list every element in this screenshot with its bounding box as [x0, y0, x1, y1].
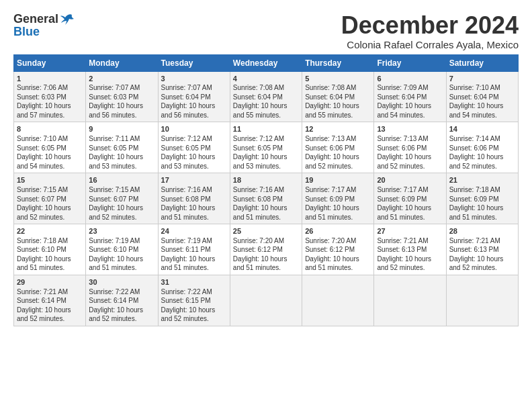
daylight: Daylight: 10 hours and 51 minutes.	[161, 204, 216, 221]
day-number: 1	[17, 74, 83, 84]
day-cell: 17Sunrise: 7:16 AMSunset: 6:08 PMDayligh…	[158, 173, 230, 224]
day-number: 20	[377, 175, 443, 185]
sunset: Sunset: 6:08 PM	[161, 195, 211, 203]
sunrise: Sunrise: 7:14 AM	[449, 135, 500, 142]
daylight: Daylight: 10 hours and 53 minutes.	[161, 153, 216, 170]
day-cell	[230, 275, 302, 326]
sunset: Sunset: 6:07 PM	[17, 195, 66, 203]
daylight: Daylight: 10 hours and 51 minutes.	[233, 204, 287, 221]
day-cell: 7Sunrise: 7:10 AMSunset: 6:04 PMDaylight…	[446, 71, 518, 122]
sunset: Sunset: 6:09 PM	[305, 195, 355, 203]
sunset: Sunset: 6:07 PM	[89, 195, 138, 203]
sunrise: Sunrise: 7:15 AM	[89, 186, 140, 193]
day-number: 9	[89, 124, 154, 134]
day-number: 23	[89, 226, 154, 236]
daylight: Daylight: 10 hours and 52 minutes.	[377, 153, 431, 170]
daylight: Daylight: 10 hours and 53 minutes.	[233, 153, 287, 170]
daylight: Daylight: 10 hours and 51 minutes.	[233, 255, 287, 272]
sunrise: Sunrise: 7:11 AM	[89, 135, 140, 142]
sunrise: Sunrise: 7:21 AM	[377, 237, 428, 244]
sunrise: Sunrise: 7:09 AM	[377, 84, 428, 91]
day-cell: 15Sunrise: 7:15 AMSunset: 6:07 PMDayligh…	[14, 173, 86, 224]
day-cell: 24Sunrise: 7:19 AMSunset: 6:11 PMDayligh…	[158, 224, 230, 275]
daylight: Daylight: 10 hours and 53 minutes.	[89, 153, 143, 170]
day-cell: 31Sunrise: 7:22 AMSunset: 6:15 PMDayligh…	[158, 275, 230, 326]
daylight: Daylight: 10 hours and 51 minutes.	[305, 255, 359, 272]
day-cell: 18Sunrise: 7:16 AMSunset: 6:08 PMDayligh…	[230, 173, 302, 224]
day-cell: 13Sunrise: 7:13 AMSunset: 6:06 PMDayligh…	[374, 122, 446, 173]
day-number: 6	[377, 74, 443, 84]
day-cell: 6Sunrise: 7:09 AMSunset: 6:04 PMDaylight…	[374, 71, 446, 122]
sunrise: Sunrise: 7:22 AM	[89, 288, 140, 295]
day-cell: 27Sunrise: 7:21 AMSunset: 6:13 PMDayligh…	[374, 224, 446, 275]
day-cell	[446, 275, 518, 326]
sunset: Sunset: 6:08 PM	[233, 195, 283, 203]
sunset: Sunset: 6:04 PM	[161, 93, 211, 101]
day-number: 31	[161, 277, 227, 287]
daylight: Daylight: 10 hours and 51 minutes.	[89, 255, 143, 272]
day-cell: 11Sunrise: 7:12 AMSunset: 6:05 PMDayligh…	[230, 122, 302, 173]
sunset: Sunset: 6:05 PM	[17, 144, 66, 152]
daylight: Daylight: 10 hours and 52 minutes.	[449, 153, 504, 170]
day-cell	[302, 275, 374, 326]
sunrise: Sunrise: 7:08 AM	[233, 84, 284, 91]
week-row-1: 1Sunrise: 7:06 AMSunset: 6:03 PMDaylight…	[14, 71, 519, 122]
day-cell: 23Sunrise: 7:19 AMSunset: 6:10 PMDayligh…	[86, 224, 158, 275]
week-row-2: 8Sunrise: 7:10 AMSunset: 6:05 PMDaylight…	[14, 122, 519, 173]
daylight: Daylight: 10 hours and 55 minutes.	[233, 102, 287, 119]
day-number: 10	[161, 124, 227, 134]
day-cell: 16Sunrise: 7:15 AMSunset: 6:07 PMDayligh…	[86, 173, 158, 224]
sunrise: Sunrise: 7:21 AM	[449, 237, 500, 244]
daylight: Daylight: 10 hours and 52 minutes.	[161, 306, 216, 323]
day-number: 24	[161, 226, 227, 236]
day-cell: 10Sunrise: 7:12 AMSunset: 6:05 PMDayligh…	[158, 122, 230, 173]
sunset: Sunset: 6:15 PM	[161, 297, 211, 304]
day-number: 12	[305, 124, 371, 134]
daylight: Daylight: 10 hours and 54 minutes.	[449, 102, 504, 119]
day-number: 16	[89, 175, 154, 185]
week-row-3: 15Sunrise: 7:15 AMSunset: 6:07 PMDayligh…	[14, 173, 519, 224]
day-number: 30	[89, 277, 154, 287]
daylight: Daylight: 10 hours and 51 minutes.	[377, 204, 431, 221]
sunrise: Sunrise: 7:13 AM	[377, 135, 428, 142]
calendar-subtitle: Colonia Rafael Corrales Ayala, Mexico	[341, 39, 519, 50]
week-row-5: 29Sunrise: 7:21 AMSunset: 6:14 PMDayligh…	[14, 275, 519, 326]
sunset: Sunset: 6:05 PM	[89, 144, 138, 152]
daylight: Daylight: 10 hours and 54 minutes.	[377, 102, 431, 119]
daylight: Daylight: 10 hours and 51 minutes.	[305, 204, 359, 221]
day-number: 5	[305, 74, 371, 84]
day-number: 15	[17, 175, 83, 185]
day-cell: 30Sunrise: 7:22 AMSunset: 6:14 PMDayligh…	[86, 275, 158, 326]
calendar-title: December 2024	[341, 12, 519, 39]
day-number: 22	[17, 226, 83, 236]
sunrise: Sunrise: 7:20 AM	[305, 237, 356, 244]
day-number: 11	[233, 124, 299, 134]
sunset: Sunset: 6:09 PM	[449, 195, 499, 203]
sunrise: Sunrise: 7:10 AM	[449, 84, 500, 91]
daylight: Daylight: 10 hours and 57 minutes.	[17, 102, 71, 119]
day-number: 7	[449, 74, 515, 84]
col-header-sunday: Sunday	[14, 54, 86, 71]
day-cell: 3Sunrise: 7:07 AMSunset: 6:04 PMDaylight…	[158, 71, 230, 122]
sunset: Sunset: 6:04 PM	[233, 93, 283, 101]
daylight: Daylight: 10 hours and 52 minutes.	[449, 255, 504, 272]
day-number: 21	[449, 175, 515, 185]
col-header-friday: Friday	[374, 54, 446, 71]
title-block: December 2024 Colonia Rafael Corrales Ay…	[341, 12, 519, 50]
daylight: Daylight: 10 hours and 51 minutes.	[161, 255, 216, 272]
sunrise: Sunrise: 7:17 AM	[377, 186, 428, 193]
day-cell: 28Sunrise: 7:21 AMSunset: 6:13 PMDayligh…	[446, 224, 518, 275]
day-cell: 1Sunrise: 7:06 AMSunset: 6:03 PMDaylight…	[14, 71, 86, 122]
day-number: 4	[233, 74, 299, 84]
sunset: Sunset: 6:12 PM	[233, 246, 283, 253]
logo: General Blue	[13, 12, 75, 39]
day-cell: 26Sunrise: 7:20 AMSunset: 6:12 PMDayligh…	[302, 224, 374, 275]
col-header-saturday: Saturday	[446, 54, 518, 71]
day-cell: 29Sunrise: 7:21 AMSunset: 6:14 PMDayligh…	[14, 275, 86, 326]
day-cell: 2Sunrise: 7:07 AMSunset: 6:03 PMDaylight…	[86, 71, 158, 122]
sunset: Sunset: 6:04 PM	[377, 93, 427, 101]
sunset: Sunset: 6:10 PM	[17, 246, 66, 253]
day-number: 28	[449, 226, 515, 236]
daylight: Daylight: 10 hours and 52 minutes.	[17, 306, 71, 323]
sunrise: Sunrise: 7:22 AM	[161, 288, 212, 295]
